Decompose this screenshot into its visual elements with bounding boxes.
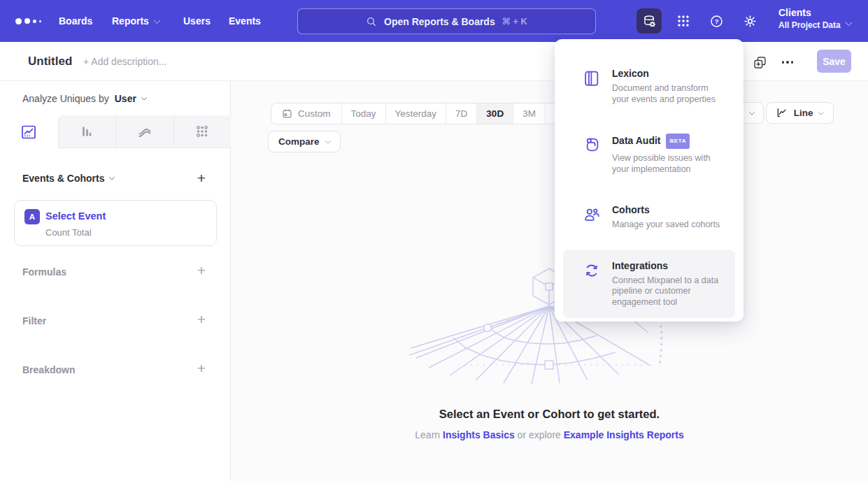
top-nav: Boards Reports Users Events Open Reports…: [0, 0, 868, 42]
lexicon-book-icon: [583, 68, 601, 105]
lexicon-description: Document and transform your events and p…: [612, 83, 725, 105]
nav-reports-label: Reports: [112, 15, 149, 27]
events-cohorts-label: Events & Cohorts: [22, 173, 104, 184]
insights-basics-link[interactable]: Insights Basics: [443, 429, 515, 440]
explore-middle: or explore: [518, 429, 561, 440]
event-letter-badge: A: [24, 209, 40, 224]
data-audit-title: Data AuditBETA: [612, 134, 725, 150]
tab-insights-line[interactable]: [0, 115, 58, 148]
line-chart-icon: [776, 107, 788, 119]
integrations-icon: [583, 260, 601, 308]
tab-bar-chart[interactable]: [58, 115, 116, 148]
settings-icon: [743, 14, 757, 29]
beta-badge: BETA: [666, 134, 690, 149]
date-range-control: Custom Today Yesterday 7D 30D 3M 6M: [271, 103, 578, 124]
tab-metrics[interactable]: [173, 115, 232, 148]
event-card[interactable]: A Select Event Count Total: [14, 200, 217, 246]
add-event-button[interactable]: +: [193, 170, 210, 187]
compare-label: Compare: [278, 136, 320, 147]
events-cohorts-header[interactable]: Events & Cohorts: [22, 173, 114, 184]
analyze-value: User: [115, 93, 136, 104]
menu-item-integrations[interactable]: Integrations Connect Mixpanel to a data …: [563, 250, 735, 319]
search-shortcut: ⌘ + K: [502, 16, 527, 27]
query-sidebar: Analyze Uniques by User: [0, 81, 231, 481]
date-30d-button[interactable]: 30D: [477, 103, 513, 124]
nav-events[interactable]: Events: [229, 0, 261, 42]
date-custom-button[interactable]: Custom: [271, 103, 342, 124]
chevron-down-icon: [325, 138, 330, 143]
empty-state-subtitle: Learn Insights Basics or explore Example…: [231, 429, 868, 440]
add-breakdown-button[interactable]: +: [193, 360, 210, 377]
add-formula-button[interactable]: +: [193, 262, 210, 279]
filter-label: Filter: [22, 315, 46, 326]
chevron-down-icon: [749, 109, 755, 115]
search-icon: [366, 16, 377, 27]
search-placeholder: Open Reports & Boards: [384, 16, 495, 27]
more-button[interactable]: [778, 53, 797, 71]
flow-icon: [136, 123, 153, 140]
mixpanel-logo[interactable]: [15, 0, 41, 42]
apps-grid-button[interactable]: [671, 8, 696, 34]
chart-canvas: Custom Today Yesterday 7D 30D 3M 6M Comp…: [231, 81, 868, 481]
empty-state-title: Select an Event or Cohort to get started…: [231, 408, 868, 421]
menu-item-cohorts[interactable]: Cohorts Manage your saved cohorts: [563, 194, 735, 241]
date-yesterday-button[interactable]: Yesterday: [386, 103, 447, 124]
data-management-icon: [642, 14, 657, 29]
project-scope: All Project Data: [778, 20, 841, 31]
data-audit-description: View possible issues with your implement…: [612, 153, 725, 175]
chevron-down-icon: [141, 94, 147, 100]
project-name: Clients: [778, 6, 841, 20]
formulas-label: Formulas: [22, 266, 66, 278]
select-event-button[interactable]: Select Event: [45, 210, 106, 222]
cohorts-icon: [583, 204, 601, 231]
project-selector[interactable]: Clients All Project Data: [778, 6, 841, 31]
integrations-title: Integrations: [612, 260, 725, 272]
save-button[interactable]: Save: [817, 50, 851, 73]
add-filter-button[interactable]: +: [193, 311, 210, 328]
line-chart-icon: [20, 124, 37, 141]
data-management-button[interactable]: [636, 8, 662, 34]
nav-boards[interactable]: Boards: [59, 0, 92, 42]
date-custom-label: Custom: [298, 108, 331, 119]
analyze-uniques-selector[interactable]: Analyze Uniques by User: [22, 93, 146, 104]
chart-type-dropdown[interactable]: Line: [766, 102, 834, 124]
menu-item-lexicon[interactable]: Lexicon Document and transform your even…: [563, 57, 735, 115]
svg-text:?: ?: [714, 17, 718, 24]
nav-users[interactable]: Users: [183, 0, 211, 42]
tab-flow[interactable]: [115, 115, 173, 148]
nav-events-label: Events: [229, 15, 261, 27]
compare-button[interactable]: Compare: [268, 131, 341, 152]
example-reports-link[interactable]: Example Insights Reports: [564, 429, 684, 440]
chart-type-tabs: [0, 115, 231, 148]
integrations-description: Connect Mixpanel to a data pipeline or c…: [612, 275, 725, 308]
nav-users-label: Users: [183, 15, 211, 27]
learn-prefix: Learn: [415, 429, 440, 440]
search-input[interactable]: Open Reports & Boards ⌘ + K: [297, 8, 596, 34]
chart-type-label: Line: [794, 108, 813, 118]
date-today-button[interactable]: Today: [342, 103, 386, 124]
date-7d-button[interactable]: 7D: [446, 103, 477, 124]
report-title[interactable]: Untitled: [28, 55, 72, 69]
chevron-down-icon: [846, 19, 853, 26]
duplicate-button[interactable]: [750, 53, 769, 71]
duplicate-icon: [753, 55, 767, 70]
menu-item-data-audit[interactable]: Data AuditBETA View possible issues with…: [563, 124, 735, 185]
cohorts-title: Cohorts: [612, 204, 720, 216]
chevron-down-icon: [153, 17, 160, 24]
bar-chart-icon: [78, 123, 95, 140]
cohorts-description: Manage your saved cohorts: [612, 220, 720, 231]
add-description-field[interactable]: + Add description...: [83, 56, 166, 67]
nav-reports[interactable]: Reports: [112, 0, 159, 42]
help-icon: ?: [709, 14, 724, 29]
analyze-prefix: Analyze Uniques by: [22, 93, 109, 104]
count-total-selector[interactable]: Count Total: [45, 227, 92, 238]
date-3m-button[interactable]: 3M: [513, 103, 546, 124]
help-button[interactable]: ?: [704, 8, 729, 34]
data-audit-icon: [583, 134, 601, 175]
lexicon-title: Lexicon: [612, 68, 725, 80]
calendar-icon: [282, 108, 292, 119]
more-icon: [782, 61, 794, 64]
settings-button[interactable]: [737, 8, 762, 34]
chevron-down-icon: [818, 109, 824, 115]
apps-grid-icon: [676, 13, 691, 29]
